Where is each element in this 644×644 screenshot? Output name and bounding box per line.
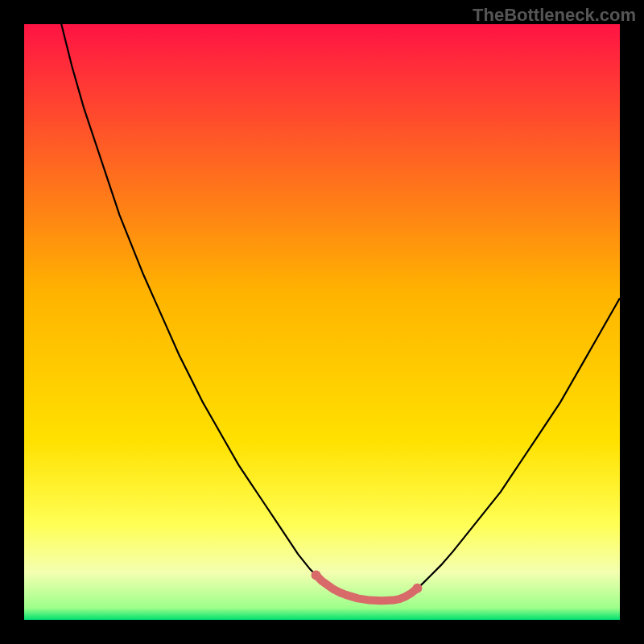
- watermark-text: TheBottleneck.com: [473, 5, 636, 26]
- curve-layer: [24, 24, 620, 620]
- plot-area: [24, 24, 620, 620]
- bottleneck-curve-bottom: [316, 576, 418, 601]
- endpoint-dot-left: [312, 571, 321, 580]
- chart-frame: TheBottleneck.com: [0, 0, 644, 644]
- endpoint-dot-right: [412, 584, 422, 593]
- bottleneck-curve: [24, 24, 620, 601]
